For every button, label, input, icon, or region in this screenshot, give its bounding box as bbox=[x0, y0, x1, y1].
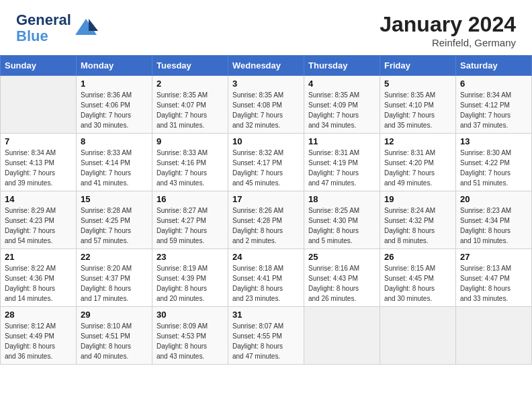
calendar-cell: 24Sunrise: 8:18 AM Sunset: 4:41 PM Dayli… bbox=[228, 249, 304, 307]
day-info: Sunrise: 8:09 AM Sunset: 4:53 PM Dayligh… bbox=[157, 321, 224, 361]
day-info: Sunrise: 8:35 AM Sunset: 4:07 PM Dayligh… bbox=[157, 90, 224, 130]
day-number: 23 bbox=[157, 252, 224, 262]
calendar-cell: 9Sunrise: 8:33 AM Sunset: 4:16 PM Daylig… bbox=[152, 134, 228, 191]
day-info: Sunrise: 8:20 AM Sunset: 4:37 PM Dayligh… bbox=[81, 263, 148, 304]
day-number: 14 bbox=[5, 194, 72, 204]
day-number: 3 bbox=[232, 79, 300, 89]
calendar-cell bbox=[456, 307, 532, 365]
calendar-cell: 3Sunrise: 8:35 AM Sunset: 4:08 PM Daylig… bbox=[228, 76, 304, 134]
calendar-cell: 16Sunrise: 8:27 AM Sunset: 4:27 PM Dayli… bbox=[152, 191, 228, 249]
calendar-cell: 4Sunrise: 8:35 AM Sunset: 4:09 PM Daylig… bbox=[304, 76, 380, 134]
logo-icon bbox=[74, 16, 98, 40]
calendar-table: SundayMondayTuesdayWednesdayThursdayFrid… bbox=[0, 55, 532, 365]
week-row-1: 7Sunrise: 8:34 AM Sunset: 4:13 PM Daylig… bbox=[1, 134, 532, 191]
weekday-thursday: Thursday bbox=[304, 56, 380, 76]
day-number: 2 bbox=[157, 79, 224, 89]
page-header: GeneralBlue January 2024 Reinfeld, Germa… bbox=[0, 0, 532, 55]
day-number: 20 bbox=[460, 194, 527, 204]
calendar-cell: 8Sunrise: 8:33 AM Sunset: 4:14 PM Daylig… bbox=[77, 134, 152, 191]
day-number: 11 bbox=[308, 136, 375, 146]
day-number: 22 bbox=[81, 252, 148, 262]
calendar-cell: 17Sunrise: 8:26 AM Sunset: 4:28 PM Dayli… bbox=[228, 191, 304, 249]
day-info: Sunrise: 8:26 AM Sunset: 4:28 PM Dayligh… bbox=[232, 205, 300, 246]
calendar-cell: 21Sunrise: 8:22 AM Sunset: 4:36 PM Dayli… bbox=[1, 249, 77, 307]
calendar-cell: 18Sunrise: 8:25 AM Sunset: 4:30 PM Dayli… bbox=[304, 191, 380, 249]
day-number: 24 bbox=[232, 252, 300, 262]
calendar-cell: 5Sunrise: 8:35 AM Sunset: 4:10 PM Daylig… bbox=[380, 76, 456, 134]
logo-text: GeneralBlue bbox=[16, 12, 71, 44]
day-info: Sunrise: 8:33 AM Sunset: 4:16 PM Dayligh… bbox=[157, 148, 224, 188]
day-number: 19 bbox=[384, 194, 451, 204]
day-number: 4 bbox=[308, 79, 375, 89]
weekday-monday: Monday bbox=[77, 56, 152, 76]
calendar-cell: 30Sunrise: 8:09 AM Sunset: 4:53 PM Dayli… bbox=[152, 307, 228, 365]
location: Reinfeld, Germany bbox=[380, 37, 516, 48]
day-number: 9 bbox=[157, 136, 224, 146]
day-info: Sunrise: 8:34 AM Sunset: 4:12 PM Dayligh… bbox=[460, 90, 527, 130]
day-number: 10 bbox=[232, 136, 300, 146]
day-number: 25 bbox=[308, 252, 375, 262]
weekday-saturday: Saturday bbox=[456, 56, 532, 76]
calendar-cell: 22Sunrise: 8:20 AM Sunset: 4:37 PM Dayli… bbox=[77, 249, 152, 307]
calendar-cell: 12Sunrise: 8:31 AM Sunset: 4:20 PM Dayli… bbox=[380, 134, 456, 191]
day-info: Sunrise: 8:34 AM Sunset: 4:13 PM Dayligh… bbox=[5, 148, 72, 188]
day-number: 12 bbox=[384, 136, 451, 146]
weekday-header-row: SundayMondayTuesdayWednesdayThursdayFrid… bbox=[1, 56, 532, 76]
calendar-cell: 1Sunrise: 8:36 AM Sunset: 4:06 PM Daylig… bbox=[77, 76, 152, 134]
day-number: 21 bbox=[5, 252, 72, 262]
day-info: Sunrise: 8:31 AM Sunset: 4:20 PM Dayligh… bbox=[384, 148, 451, 188]
day-info: Sunrise: 8:13 AM Sunset: 4:47 PM Dayligh… bbox=[460, 263, 527, 304]
calendar-cell: 7Sunrise: 8:34 AM Sunset: 4:13 PM Daylig… bbox=[1, 134, 77, 191]
calendar-cell: 25Sunrise: 8:16 AM Sunset: 4:43 PM Dayli… bbox=[304, 249, 380, 307]
day-number: 28 bbox=[5, 310, 72, 320]
day-info: Sunrise: 8:33 AM Sunset: 4:14 PM Dayligh… bbox=[81, 148, 148, 188]
calendar-cell bbox=[304, 307, 380, 365]
day-info: Sunrise: 8:12 AM Sunset: 4:49 PM Dayligh… bbox=[5, 321, 72, 361]
weekday-wednesday: Wednesday bbox=[228, 56, 304, 76]
calendar-cell: 23Sunrise: 8:19 AM Sunset: 4:39 PM Dayli… bbox=[152, 249, 228, 307]
day-info: Sunrise: 8:29 AM Sunset: 4:23 PM Dayligh… bbox=[5, 205, 72, 246]
day-info: Sunrise: 8:35 AM Sunset: 4:08 PM Dayligh… bbox=[232, 90, 300, 130]
calendar-cell: 29Sunrise: 8:10 AM Sunset: 4:51 PM Dayli… bbox=[77, 307, 152, 365]
day-number: 30 bbox=[157, 310, 224, 320]
svg-marker-1 bbox=[89, 19, 98, 31]
calendar-cell: 10Sunrise: 8:32 AM Sunset: 4:17 PM Dayli… bbox=[228, 134, 304, 191]
day-number: 6 bbox=[460, 79, 527, 89]
calendar-cell: 19Sunrise: 8:24 AM Sunset: 4:32 PM Dayli… bbox=[380, 191, 456, 249]
day-number: 17 bbox=[232, 194, 300, 204]
day-number: 5 bbox=[384, 79, 451, 89]
day-number: 8 bbox=[81, 136, 148, 146]
calendar-cell: 13Sunrise: 8:30 AM Sunset: 4:22 PM Dayli… bbox=[456, 134, 532, 191]
day-info: Sunrise: 8:31 AM Sunset: 4:19 PM Dayligh… bbox=[308, 148, 375, 188]
day-info: Sunrise: 8:16 AM Sunset: 4:43 PM Dayligh… bbox=[308, 263, 375, 304]
title-block: January 2024 Reinfeld, Germany bbox=[380, 12, 516, 48]
calendar-cell bbox=[380, 307, 456, 365]
week-row-3: 21Sunrise: 8:22 AM Sunset: 4:36 PM Dayli… bbox=[1, 249, 532, 307]
calendar-cell: 31Sunrise: 8:07 AM Sunset: 4:55 PM Dayli… bbox=[228, 307, 304, 365]
day-number: 16 bbox=[157, 194, 224, 204]
calendar-cell: 27Sunrise: 8:13 AM Sunset: 4:47 PM Dayli… bbox=[456, 249, 532, 307]
logo: GeneralBlue bbox=[16, 12, 98, 44]
day-number: 27 bbox=[460, 252, 527, 262]
calendar-cell: 6Sunrise: 8:34 AM Sunset: 4:12 PM Daylig… bbox=[456, 76, 532, 134]
day-number: 31 bbox=[232, 310, 300, 320]
day-info: Sunrise: 8:35 AM Sunset: 4:09 PM Dayligh… bbox=[308, 90, 375, 130]
day-info: Sunrise: 8:35 AM Sunset: 4:10 PM Dayligh… bbox=[384, 90, 451, 130]
day-info: Sunrise: 8:30 AM Sunset: 4:22 PM Dayligh… bbox=[460, 148, 527, 188]
day-info: Sunrise: 8:32 AM Sunset: 4:17 PM Dayligh… bbox=[232, 148, 300, 188]
day-number: 7 bbox=[5, 136, 72, 146]
day-info: Sunrise: 8:07 AM Sunset: 4:55 PM Dayligh… bbox=[232, 321, 300, 361]
week-row-4: 28Sunrise: 8:12 AM Sunset: 4:49 PM Dayli… bbox=[1, 307, 532, 365]
calendar-cell bbox=[1, 76, 77, 134]
day-number: 15 bbox=[81, 194, 148, 204]
day-info: Sunrise: 8:27 AM Sunset: 4:27 PM Dayligh… bbox=[157, 205, 224, 246]
day-info: Sunrise: 8:22 AM Sunset: 4:36 PM Dayligh… bbox=[5, 263, 72, 304]
day-info: Sunrise: 8:36 AM Sunset: 4:06 PM Dayligh… bbox=[81, 90, 148, 130]
calendar-cell: 2Sunrise: 8:35 AM Sunset: 4:07 PM Daylig… bbox=[152, 76, 228, 134]
day-info: Sunrise: 8:10 AM Sunset: 4:51 PM Dayligh… bbox=[81, 321, 148, 361]
calendar-cell: 26Sunrise: 8:15 AM Sunset: 4:45 PM Dayli… bbox=[380, 249, 456, 307]
calendar-cell: 28Sunrise: 8:12 AM Sunset: 4:49 PM Dayli… bbox=[1, 307, 77, 365]
day-info: Sunrise: 8:23 AM Sunset: 4:34 PM Dayligh… bbox=[460, 205, 527, 246]
week-row-0: 1Sunrise: 8:36 AM Sunset: 4:06 PM Daylig… bbox=[1, 76, 532, 134]
day-number: 1 bbox=[81, 79, 148, 89]
